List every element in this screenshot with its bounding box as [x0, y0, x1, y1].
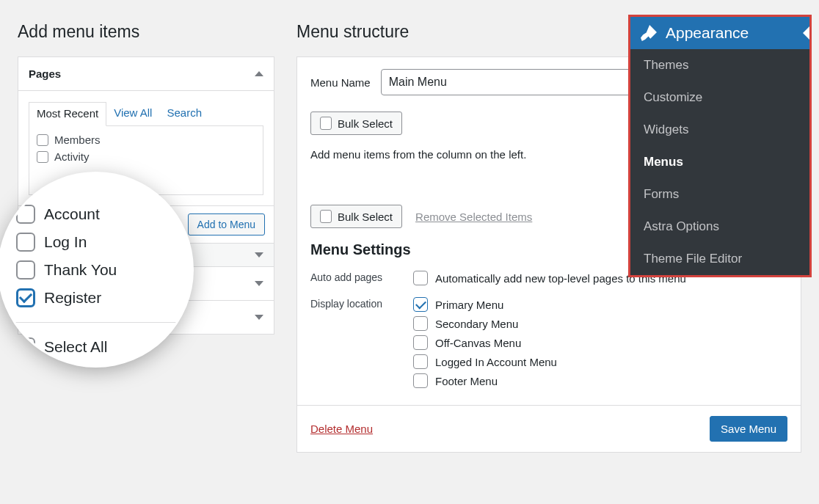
chevron-down-icon [255, 281, 263, 286]
page-item-members: Members [54, 134, 101, 146]
location-primary: Primary Menu [435, 299, 503, 311]
flyout-item-editor[interactable]: Theme File Editor [630, 243, 809, 275]
appearance-flyout: Appearance Themes Customize Widgets Menu… [628, 15, 812, 277]
remove-selected-link[interactable]: Remove Selected Items [415, 211, 532, 223]
save-menu-button[interactable]: Save Menu [710, 416, 787, 442]
auto-add-pages-label: Auto add pages [310, 269, 403, 286]
flyout-item-menus[interactable]: Menus [630, 146, 809, 178]
flyout-item-themes[interactable]: Themes [630, 49, 809, 81]
tab-most-recent[interactable]: Most Recent [29, 102, 106, 126]
checkbox-thankyou[interactable] [16, 260, 35, 280]
page-item-login: Log In [44, 233, 87, 251]
divider [0, 322, 192, 323]
page-item-account: Account [44, 205, 100, 223]
page-item-thankyou: Thank You [44, 261, 117, 279]
flyout-item-forms[interactable]: Forms [630, 178, 809, 211]
checkbox-secondary-menu[interactable] [413, 316, 428, 331]
checkbox-footer-menu[interactable] [413, 373, 428, 388]
chevron-down-icon [255, 252, 263, 258]
add-to-menu-button[interactable]: Add to Menu [188, 213, 265, 235]
select-all-label: Select All [44, 338, 107, 356]
zoom-callout: Account Log In Thank You Register Select… [0, 174, 192, 365]
checkbox-members[interactable] [37, 134, 48, 146]
bulk-select-label: Bulk Select [338, 117, 393, 130]
flyout-item-widgets[interactable]: Widgets [630, 114, 809, 146]
delete-menu-link[interactable]: Delete Menu [310, 423, 373, 435]
checkbox-primary-menu[interactable] [413, 297, 428, 312]
menu-name-label: Menu Name [310, 76, 371, 89]
location-footer: Footer Menu [435, 375, 498, 387]
flyout-item-customize[interactable]: Customize [630, 81, 809, 114]
checkbox-register[interactable] [16, 288, 35, 307]
add-menu-items-heading: Add menu items [18, 22, 274, 42]
page-item-activity: Activity [54, 150, 90, 163]
page-item-register: Register [44, 289, 101, 307]
chevron-up-icon [255, 71, 263, 76]
checkbox-activity[interactable] [37, 151, 48, 163]
pages-panel-title: Pages [29, 67, 61, 80]
checkbox-loggedin-menu[interactable] [413, 354, 428, 369]
checkbox-auto-add[interactable] [413, 271, 428, 285]
location-secondary: Secondary Menu [435, 318, 518, 330]
chevron-down-icon [255, 315, 263, 320]
pages-tabs: Most Recent View All Search [29, 101, 263, 126]
bulk-select-checkbox[interactable] [320, 117, 332, 130]
appearance-header[interactable]: Appearance [630, 17, 809, 49]
bulk-select-label: Bulk Select [338, 211, 393, 223]
appearance-label: Appearance [666, 24, 749, 42]
flyout-item-astra[interactable]: Astra Options [630, 211, 809, 243]
bulk-select-top[interactable]: Bulk Select [310, 112, 402, 135]
tab-view-all[interactable]: View All [106, 102, 159, 126]
display-location-label: Display location [310, 295, 403, 313]
location-loggedin: Logged In Account Menu [435, 356, 557, 368]
flyout-arrow-icon [803, 26, 809, 40]
checkbox-offcanvas-menu[interactable] [413, 335, 428, 350]
bulk-select-bottom[interactable]: Bulk Select [310, 205, 402, 228]
location-offcanvas: Off-Canvas Menu [435, 337, 521, 349]
brush-icon [641, 25, 657, 41]
tab-search[interactable]: Search [159, 102, 209, 126]
checkbox-login[interactable] [16, 233, 35, 252]
pages-panel-header[interactable]: Pages [18, 57, 274, 91]
bulk-select-checkbox[interactable] [320, 210, 332, 223]
